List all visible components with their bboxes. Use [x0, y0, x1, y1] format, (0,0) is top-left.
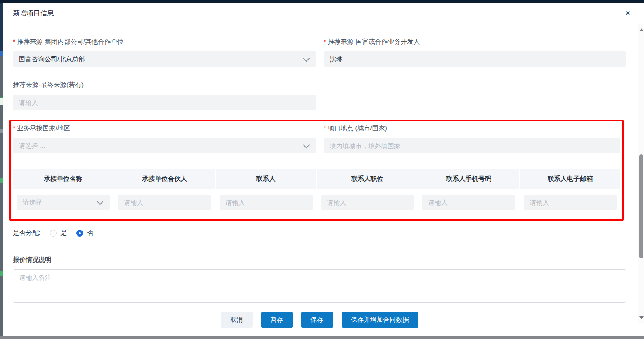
table-cell: [317, 189, 418, 216]
horizontal-scrollbar-thumb[interactable]: [0, 336, 644, 339]
contact-input[interactable]: [220, 195, 313, 210]
required-asterisk: *: [324, 38, 326, 45]
required-asterisk: *: [13, 125, 15, 132]
field-label: * 业务承接国家/地区: [13, 124, 316, 132]
quotation-textarea[interactable]: [13, 269, 626, 303]
business-country-select[interactable]: 请选择 ...: [13, 138, 316, 153]
field-label: * 推荐来源-国富或合作业务开发人: [324, 37, 626, 46]
required-asterisk: *: [324, 125, 326, 132]
scroll-up-icon[interactable]: [639, 28, 644, 31]
column-header-contact-phone: 联系人手机号码: [418, 169, 519, 189]
field-label: 推荐来源-最终来源(若有): [13, 81, 316, 89]
field-referral-company: * 推荐来源-集团内部公司/其他合作单位 国富咨询公司/北京总部: [13, 37, 316, 67]
chevron-down-icon: [96, 198, 103, 205]
radio-option-no[interactable]: 否: [76, 229, 93, 237]
field-referral-final-source: 推荐来源-最终来源(若有): [13, 81, 316, 110]
quotation-label: 报价情况说明: [13, 256, 626, 264]
column-header-contact-title: 联系人职位: [317, 169, 418, 189]
contractor-table: 承接单位名称 承接单位合伙人 联系人 联系人职位 联系人手机号码 联系人电子邮箱…: [13, 169, 620, 216]
scrollbar-thumb[interactable]: [639, 154, 643, 258]
highlighted-section: * 业务承接国家/地区 请选择 ... * 项目地点 (城市/国家): [9, 120, 624, 221]
project-location-label: 项目地点 (城市/国家): [328, 124, 387, 132]
modal-title: 新增项目信息: [13, 9, 54, 18]
modal-header: 新增项目信息 ×: [3, 3, 644, 24]
field-business-country: * 业务承接国家/地区 请选择 ...: [13, 124, 316, 153]
field-label: * 项目地点 (城市/国家): [324, 124, 620, 132]
unit-name-select[interactable]: 请选择: [17, 195, 110, 210]
referral-company-select[interactable]: 国富咨询公司/北京总部: [13, 51, 316, 67]
table-cell: 请选择: [13, 189, 114, 216]
behind-green-fragment: [0, 178, 3, 183]
table-cell: [114, 189, 215, 216]
behind-blue-fragment: [0, 51, 3, 56]
radio-option-yes[interactable]: 是: [50, 229, 67, 237]
radio-selected-icon[interactable]: [76, 230, 83, 237]
page-behind-top-strip: [0, 0, 644, 3]
field-referral-developer: * 推荐来源-国富或合作业务开发人: [324, 37, 626, 67]
referral-developer-input[interactable]: [324, 51, 626, 67]
referral-final-source-input[interactable]: [13, 95, 316, 110]
business-country-label: 业务承接国家/地区: [17, 124, 70, 132]
referral-final-source-label: 推荐来源-最终来源(若有): [13, 81, 84, 89]
column-header-unit-name: 承接单位名称: [13, 169, 114, 189]
behind-navy-fragment: [0, 0, 3, 51]
contact-title-input[interactable]: [321, 195, 414, 210]
behind-light-fragment: [0, 129, 3, 133]
behind-green-fragment: [0, 97, 3, 105]
table-cell: [520, 189, 621, 216]
stash-button[interactable]: 暂存: [261, 312, 293, 328]
close-icon[interactable]: ×: [625, 9, 630, 17]
unit-name-placeholder: 请选择: [23, 198, 42, 207]
allocation-label: 是否分配:: [13, 229, 40, 237]
referral-company-label: 推荐来源-集团内部公司/其他合作单位: [17, 38, 123, 46]
scroll-down-icon[interactable]: [639, 316, 644, 319]
chevron-down-icon: [303, 55, 310, 62]
contact-email-input[interactable]: [524, 195, 617, 210]
page-behind-left-strip: [0, 0, 3, 339]
allocation-row: 是否分配: 是 否: [13, 229, 626, 237]
vertical-scrollbar[interactable]: [638, 24, 644, 323]
save-and-add-contract-button[interactable]: 保存并增加合同数据: [342, 312, 418, 328]
column-header-contact-email: 联系人电子邮箱: [520, 169, 621, 189]
required-asterisk: *: [13, 38, 15, 45]
save-button[interactable]: 保存: [301, 312, 333, 328]
referral-company-value: 国富咨询公司/北京总部: [19, 55, 85, 63]
business-country-placeholder: 请选择 ...: [19, 142, 45, 150]
table-cell: [216, 189, 316, 216]
radio-unselected-icon[interactable]: [50, 230, 57, 237]
cancel-button[interactable]: 取消: [221, 312, 253, 328]
column-header-contact: 联系人: [216, 169, 316, 189]
unit-partner-input[interactable]: [118, 195, 211, 210]
project-location-input[interactable]: [324, 138, 620, 153]
chevron-down-icon: [303, 141, 310, 148]
radio-no-label: 否: [87, 229, 93, 237]
field-label: * 推荐来源-集团内部公司/其他合作单位: [13, 37, 316, 46]
behind-green-fragment: [0, 271, 3, 276]
modal-body: * 推荐来源-集团内部公司/其他合作单位 国富咨询公司/北京总部 * 推荐来源-…: [3, 37, 626, 328]
add-project-modal: 新增项目信息 × * 推荐来源-集团内部公司/其他合作单位 国富咨询公司/北京总…: [3, 3, 644, 339]
radio-yes-label: 是: [60, 229, 67, 237]
referral-developer-label: 推荐来源-国富或合作业务开发人: [328, 38, 420, 46]
table-cell: [418, 189, 519, 216]
column-header-unit-partner: 承接单位合伙人: [114, 169, 215, 189]
field-project-location: * 项目地点 (城市/国家): [324, 124, 620, 153]
contact-phone-input[interactable]: [422, 195, 515, 210]
modal-footer: 取消 暂存 保存 保存并增加合同数据: [13, 312, 626, 328]
